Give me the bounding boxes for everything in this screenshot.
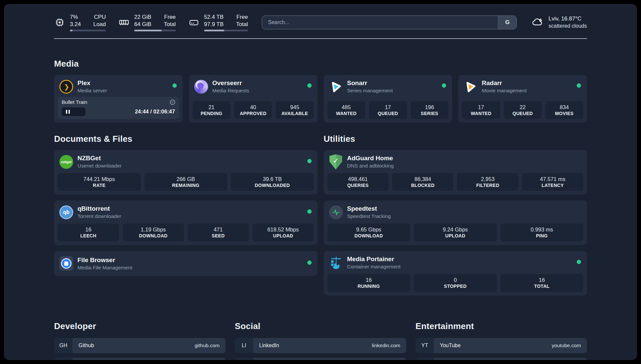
stat-downloaded: 39.6 TB DOWNLOADED — [231, 173, 314, 191]
cpu-usage-value: 7% — [70, 14, 81, 20]
memory-free-label: Free — [164, 14, 176, 20]
disk-free-label: Free — [236, 14, 248, 20]
portainer-icon — [329, 256, 343, 270]
weather-location-temp: Lviv, 16.87°C — [548, 15, 587, 23]
service-card-overseerr[interactable]: Overseerr Media Requests 21 PENDING 40 A… — [189, 75, 318, 123]
service-desc-adguard: DNS and adblocking — [347, 163, 581, 169]
disk-widget: 52.4 TB Free 97.9 TB Total — [188, 14, 248, 32]
session-view-icon[interactable] — [170, 100, 175, 105]
stat-latency: 47.571 ms LATENCY — [522, 173, 583, 191]
stat-pending: 21 PENDING — [193, 101, 230, 119]
stat-wanted: 17 WANTED — [462, 101, 500, 119]
service-card-speedtest[interactable]: Speedtest Speedtest Tracking 9.65 Gbps D… — [324, 200, 587, 245]
bookmark-name: YouTube — [440, 343, 461, 349]
stat-download: 9.65 Gbps DOWNLOAD — [327, 224, 411, 242]
status-online-dot — [442, 83, 446, 88]
bookmark-stackoverflow[interactable]: SO StackOverflow stackoverflow.com — [54, 358, 226, 360]
filebrowser-icon — [59, 257, 73, 270]
service-card-plex[interactable]: ❯ Plex Media server Bullet Train — [54, 75, 183, 123]
status-online-dot — [577, 260, 581, 264]
cpu-load-value: 3.24 — [70, 21, 81, 28]
search-provider-button[interactable]: G — [498, 16, 516, 29]
bookmark-url: github.com — [195, 343, 220, 349]
disk-progress-fill — [204, 30, 224, 31]
section-media: Media ❯ Plex Media server Bullet Train — [54, 59, 587, 123]
cpu-progress-track — [70, 30, 106, 31]
service-desc-overseerr: Media Requests — [212, 88, 303, 94]
dashboard-page: 7% CPU 3.24 Load 22 GiB — [4, 4, 637, 360]
service-desc-nzbget: Usenet downloader — [77, 163, 303, 169]
service-card-nzbget[interactable]: nzbget NZBGet Usenet downloader 744.21 M… — [54, 150, 318, 195]
service-name-radarr: Radarr — [482, 79, 572, 87]
service-name-qbittorrent: qBittorrent — [77, 205, 303, 213]
search-bar: G — [262, 15, 517, 29]
status-online-dot — [307, 260, 312, 265]
service-card-sonarr[interactable]: Sonarr Series management 485 WANTED 17 Q… — [324, 75, 452, 123]
bookmark-name: Github — [78, 343, 94, 349]
stat-series: 196 SERIES — [411, 101, 448, 119]
stat-stopped: 0 STOPPED — [414, 274, 497, 292]
disk-icon — [188, 17, 199, 28]
topbar-divider — [54, 38, 587, 39]
bookmark-url: linkedin.com — [372, 343, 400, 349]
service-desc-filebrowser: Media File Management — [77, 265, 303, 271]
system-resources: 7% CPU 3.24 Load 22 GiB — [54, 14, 248, 32]
service-card-qbittorrent[interactable]: qb qBittorrent Torrent downloader 16 LEE… — [54, 200, 318, 245]
bookmark-twitter[interactable]: TW Twitter twitter.com — [235, 358, 406, 360]
service-card-adguard[interactable]: ✓ AdGuard Home DNS and adblocking 498,46… — [324, 150, 587, 195]
sonarr-icon — [329, 80, 343, 94]
cloud-icon — [531, 16, 544, 29]
service-card-portainer[interactable]: Media Portainer Container management 16 … — [324, 251, 587, 295]
section-title-developer: Developer — [54, 321, 226, 331]
status-online-dot — [307, 209, 312, 214]
stat-rate: 744.21 Mbps RATE — [58, 173, 141, 191]
nzbget-icon: nzbget — [59, 155, 73, 169]
disk-total-label: Total — [236, 21, 248, 28]
bookmark-github[interactable]: GH Github github.com — [54, 338, 226, 353]
ram-icon — [118, 17, 130, 28]
service-name-plex: Plex — [77, 79, 168, 87]
stat-filtered: 2,953 FILTERED — [457, 173, 518, 191]
cpu-load-label: Load — [93, 21, 106, 28]
section-title-media: Media — [54, 59, 587, 69]
service-desc-qbittorrent: Torrent downloader — [77, 213, 303, 220]
stat-blocked: 86,384 BLOCKED — [392, 173, 453, 191]
bookmark-group-developer: Developer GH Github github.com SO StackO… — [54, 321, 226, 360]
bookmark-abbr: LI — [235, 338, 253, 353]
service-card-filebrowser[interactable]: File Browser Media File Management — [54, 251, 318, 276]
memory-free-value: 22 GiB — [134, 14, 151, 20]
stat-seed: 471 SEED — [188, 224, 249, 242]
memory-progress-fill — [134, 30, 162, 31]
weather-condition: scattered clouds — [548, 23, 587, 30]
bookmark-netflix[interactable]: NF Netflix netflix.com — [415, 358, 587, 360]
section-title-documents: Documents & Files — [54, 134, 318, 144]
bookmark-abbr: GH — [54, 338, 73, 353]
stat-queries: 498,461 QUERIES — [327, 173, 389, 191]
top-bar: 7% CPU 3.24 Load 22 GiB — [54, 14, 587, 31]
stat-remaining: 266 GB REMAINING — [144, 173, 228, 191]
search-input[interactable] — [262, 16, 498, 29]
stat-approved: 40 APPROVED — [234, 101, 272, 119]
cpu-icon — [54, 17, 65, 28]
bookmark-linkedin[interactable]: LI LinkedIn linkedin.com — [235, 338, 406, 353]
bookmark-youtube[interactable]: YT YouTube youtube.com — [415, 338, 587, 353]
status-online-dot — [307, 83, 312, 88]
memory-widget: 22 GiB Free 64 GiB Total — [118, 14, 176, 32]
service-desc-sonarr: Series management — [347, 88, 438, 94]
stat-running: 16 RUNNING — [327, 274, 411, 292]
service-card-radarr[interactable]: Radarr Movie management 17 WANTED 22 QUE… — [458, 75, 587, 123]
status-online-dot — [307, 159, 312, 163]
speedtest-icon — [329, 205, 343, 219]
bookmark-group-social: Social LI LinkedIn linkedin.com TW Twitt… — [235, 321, 406, 360]
weather-widget: Lviv, 16.87°C scattered clouds — [531, 15, 587, 30]
playback-time: 24:44 / 02:06:47 — [135, 109, 175, 115]
disk-progress-track — [204, 30, 248, 31]
service-name-sonarr: Sonarr — [347, 79, 438, 87]
stat-wanted: 485 WANTED — [327, 101, 365, 119]
service-desc-plex: Media server — [77, 88, 168, 94]
stat-queued: 17 QUEUED — [369, 101, 407, 119]
stat-queued: 22 QUEUED — [504, 101, 542, 119]
stat-total: 16 TOTAL — [501, 274, 584, 292]
memory-total-value: 64 GiB — [134, 21, 151, 28]
bookmark-abbr: YT — [415, 338, 434, 353]
